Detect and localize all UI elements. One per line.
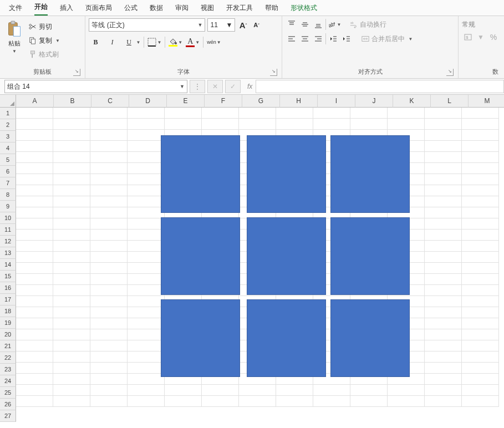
chevron-down-icon[interactable]: ▼ [198,22,203,28]
borders-button[interactable]: ▼ [147,38,161,47]
cell[interactable] [388,119,425,130]
cell[interactable] [425,207,462,218]
cell[interactable] [462,285,499,296]
cell[interactable] [128,230,165,241]
row-header-9[interactable]: 9 [0,201,16,212]
cell[interactable] [16,318,53,329]
cell[interactable] [16,329,53,340]
row-header-17[interactable]: 17 [0,294,16,305]
col-header-C[interactable]: C [91,95,129,108]
row-header-1[interactable]: 1 [0,108,16,119]
align-center-button[interactable] [299,33,311,45]
cell[interactable] [90,329,128,340]
cell[interactable] [202,396,239,407]
cell[interactable] [128,274,165,285]
shape-rect-3[interactable] [330,135,410,213]
cell[interactable] [53,340,90,351]
cell[interactable] [313,396,350,407]
cell[interactable] [16,119,53,130]
row-header-18[interactable]: 18 [0,305,16,317]
cell[interactable] [90,385,128,396]
cell[interactable] [462,385,499,396]
cell[interactable] [16,174,53,185]
cell[interactable] [462,230,499,241]
formula-input[interactable] [256,80,504,93]
cell[interactable] [53,108,90,119]
cell[interactable] [425,163,462,174]
row-header-14[interactable]: 14 [0,259,16,271]
cell[interactable] [90,230,128,241]
cell[interactable] [462,374,499,385]
row-header-20[interactable]: 20 [0,329,16,340]
align-right-button[interactable] [312,33,324,45]
tab-公式[interactable]: 公式 [124,0,138,16]
cell[interactable] [90,274,128,285]
cell[interactable] [16,363,53,374]
col-header-G[interactable]: G [242,95,280,108]
cell[interactable] [53,252,90,263]
cell[interactable] [462,196,499,207]
cell[interactable] [128,218,165,230]
cell[interactable] [90,207,128,218]
font-color-button[interactable]: A ▼ [186,38,200,47]
cell[interactable] [128,152,165,163]
col-header-H[interactable]: H [280,95,318,108]
cell[interactable] [128,108,165,119]
cell[interactable] [90,185,128,196]
shape-rect-1[interactable] [161,135,240,213]
cell[interactable] [276,396,313,407]
cell[interactable] [16,307,53,318]
cell[interactable] [53,318,90,329]
row-header-22[interactable]: 22 [0,352,16,364]
cell[interactable] [90,285,128,296]
col-header-M[interactable]: M [469,95,504,108]
dialog-launcher-icon[interactable]: ↘ [446,69,454,76]
cell[interactable] [53,218,90,230]
cell[interactable] [128,163,165,174]
cell[interactable] [425,351,462,363]
shape-rect-9[interactable] [330,299,410,377]
shape-rect-6[interactable] [330,217,410,295]
cell[interactable] [388,385,425,396]
chevron-down-icon[interactable]: ▼ [180,84,185,89]
font-size-select[interactable]: 11 ▼ [207,18,235,32]
cell[interactable] [165,108,202,119]
cell[interactable] [425,130,462,141]
cell[interactable] [53,196,90,207]
number-format-select[interactable]: 常规 [462,18,501,30]
cell[interactable] [16,130,53,141]
cell[interactable] [53,351,90,363]
cell[interactable] [53,141,90,152]
underline-button[interactable]: U [122,35,135,49]
cell[interactable] [90,163,128,174]
cell[interactable] [53,207,90,218]
cell[interactable] [16,296,53,307]
enter-formula-button[interactable]: ✓ [225,80,241,93]
cell[interactable] [462,307,499,318]
cell[interactable] [350,385,388,396]
cell[interactable] [425,241,462,252]
tab-文件[interactable]: 文件 [9,0,22,16]
cell[interactable] [53,119,90,130]
dialog-launcher-icon[interactable]: ↘ [73,69,80,76]
cell[interactable] [16,263,53,274]
cell[interactable] [90,152,128,163]
cell[interactable] [128,396,165,407]
fx-label[interactable]: fx [247,83,252,90]
cell[interactable] [128,374,165,385]
cell[interactable] [53,396,90,407]
cell[interactable] [90,374,128,385]
cell[interactable] [53,174,90,185]
chevron-down-icon[interactable]: ▼ [217,40,221,45]
cell[interactable] [462,274,499,285]
cell[interactable] [462,152,499,163]
row-header-12[interactable]: 12 [0,236,16,247]
cell[interactable] [425,285,462,296]
cell[interactable] [128,207,165,218]
col-header-E[interactable]: E [167,95,205,108]
cell[interactable] [462,163,499,174]
tab-帮助[interactable]: 帮助 [265,0,278,16]
cell[interactable] [462,119,499,130]
cell[interactable] [90,307,128,318]
cell[interactable] [313,119,350,130]
